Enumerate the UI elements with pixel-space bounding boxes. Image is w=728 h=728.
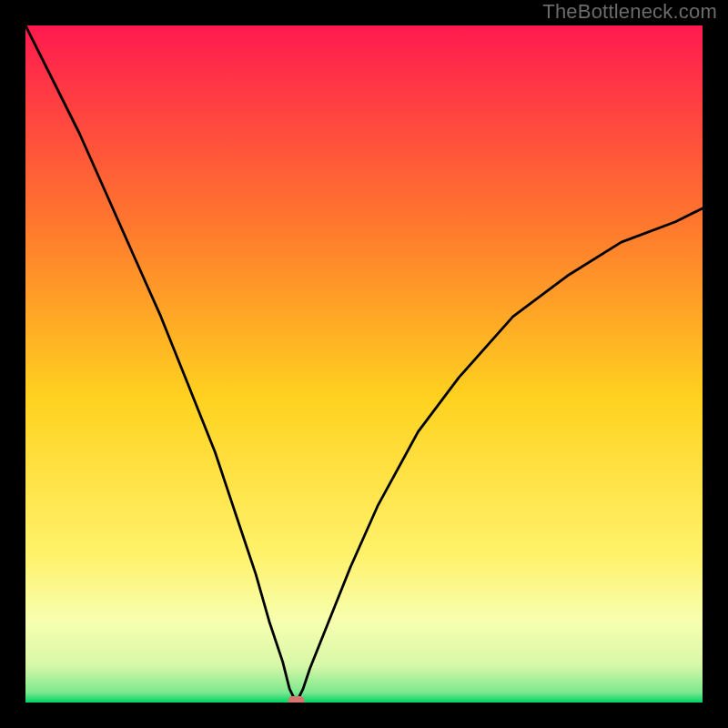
chart-background — [25, 25, 703, 703]
chart-svg — [25, 25, 703, 703]
chart-frame: TheBottleneck.com — [0, 0, 728, 728]
watermark-text: TheBottleneck.com — [542, 0, 717, 24]
chart-plot-area — [25, 25, 703, 703]
minimum-marker — [288, 696, 305, 703]
